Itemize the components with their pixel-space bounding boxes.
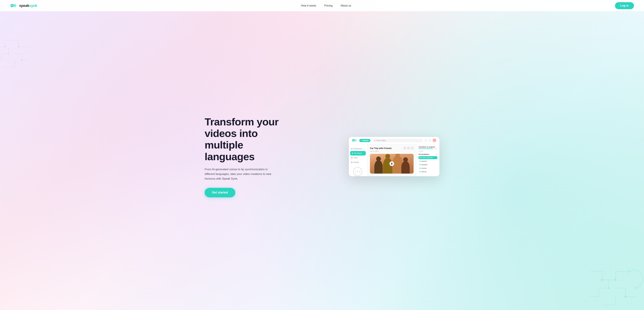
- svg-point-18: [353, 140, 354, 141]
- mockup-logo-icon: [352, 139, 357, 142]
- translation-status-text: Translation in progress: [418, 146, 435, 148]
- mockup-topbar-right: [425, 139, 436, 142]
- svg-point-14: [634, 287, 636, 289]
- translations-count-badge: 1/4: [436, 154, 438, 155]
- mockup-search-bar[interactable]: Find a Video: [372, 139, 422, 142]
- translation-panel: Translation in progress In Italian All t…: [416, 144, 440, 176]
- svg-point-17: [353, 140, 353, 141]
- hero-title: Transform your videos into multiple lang…: [204, 116, 292, 162]
- video-title-row: Car Trip with Friends: [370, 147, 414, 150]
- person-silhouette-1: [374, 160, 383, 173]
- svg-point-1: [13, 4, 16, 7]
- translation-status: Translation in progress: [418, 146, 438, 148]
- get-started-button[interactable]: Get started: [204, 188, 235, 197]
- logo[interactable]: speaksynk: [10, 3, 37, 8]
- svg-point-2: [12, 5, 12, 5]
- hero-left: Transform your videos into multiple lang…: [204, 116, 292, 197]
- svg-point-25: [360, 171, 360, 172]
- video-date: Apr 15, 2023: [370, 151, 414, 152]
- nav-links: How it works Pricing About us: [301, 4, 351, 7]
- person-silhouette-4: [401, 161, 410, 173]
- video-play-button[interactable]: [390, 161, 394, 166]
- video-title: Car Trip with Friends: [370, 147, 392, 150]
- lang-english-label: English (original): [421, 157, 432, 158]
- video-action-expand-icon[interactable]: [407, 147, 410, 150]
- svg-point-11: [608, 288, 610, 289]
- svg-point-3: [12, 5, 12, 5]
- lang-mandarin-dot: [420, 164, 420, 165]
- lang-hebrew[interactable]: Hebrew: [418, 170, 438, 173]
- translations-header: All translations 1/4: [418, 154, 438, 155]
- svg-point-23: [355, 171, 356, 172]
- svg-point-9: [601, 279, 603, 281]
- mockup-sidebar-dashboard[interactable]: Dashboard: [349, 147, 367, 151]
- lang-hebrew-label: Hebrew: [421, 171, 426, 172]
- nav-about-us[interactable]: About us: [340, 4, 351, 7]
- mockup-notif-icon: [425, 139, 427, 142]
- login-button[interactable]: Log in: [615, 2, 634, 9]
- svg-point-13: [628, 271, 630, 273]
- lang-german-label: German: [421, 167, 427, 169]
- mockup-chat-bubble-decoration: [352, 166, 364, 176]
- svg-point-19: [354, 140, 354, 141]
- lang-spanish-dot: [420, 161, 420, 162]
- mockup-video-area: Car Trip with Friends Apr 15, 2023: [367, 144, 416, 176]
- svg-point-10: [615, 279, 616, 281]
- logo-text: speaksynk: [19, 3, 37, 8]
- lang-german-dot: [420, 168, 420, 169]
- lang-english-dot: [420, 157, 420, 158]
- mockup-sidebar-dashboard-icon: [351, 148, 352, 150]
- translation-progress-bar: [418, 149, 438, 149]
- svg-point-6: [18, 46, 19, 47]
- video-action-grid-icon[interactable]: [404, 147, 406, 150]
- lang-spanish-label: Spanish: [421, 160, 427, 162]
- mockup-main-content: Car Trip with Friends Apr 15, 2023: [367, 144, 440, 176]
- mockup-sidebar-myvideos-icon: [352, 153, 353, 154]
- circuit-decoration-left: [0, 33, 42, 75]
- all-translations-label: All translations: [418, 154, 429, 155]
- hero-subtitle: From AI-generated voices to lip synchron…: [204, 167, 278, 181]
- lang-english[interactable]: English (original): [418, 156, 438, 159]
- lang-mandarin[interactable]: Mandarin: [418, 163, 438, 166]
- translation-progress-fill: [418, 149, 433, 149]
- svg-point-12: [625, 296, 626, 298]
- lang-hebrew-dot: [420, 171, 420, 172]
- hero-inner: Transform your videos into multiple lang…: [204, 116, 440, 197]
- svg-point-24: [357, 171, 358, 172]
- translation-subtitle: In Italian: [418, 150, 438, 152]
- person-silhouette-3: [392, 155, 403, 173]
- lang-spanish[interactable]: Spanish: [418, 160, 438, 163]
- svg-point-5: [4, 46, 6, 47]
- mockup-sidebar-activity[interactable]: Activity: [349, 160, 367, 164]
- mockup-topbar: + Upload Find a Video: [349, 137, 440, 144]
- speaksynk-logo-icon: [10, 3, 18, 8]
- mockup-sidebar-activity-icon: [351, 162, 352, 163]
- svg-point-7: [8, 53, 9, 54]
- svg-point-20: [374, 140, 375, 141]
- svg-point-4: [12, 5, 13, 5]
- mockup-search-icon: [374, 140, 376, 141]
- mockup-sidebar-my-videos[interactable]: My videos: [350, 151, 366, 155]
- lang-german[interactable]: German: [418, 167, 438, 170]
- mockup-search-placeholder: Find a Video: [376, 140, 386, 142]
- hero-right: + Upload Find a Video: [302, 137, 440, 176]
- mockup-sidebar-invite[interactable]: Invite: [349, 155, 367, 160]
- chat-bubble-svg: [352, 166, 364, 176]
- mockup-settings-icon: [429, 139, 431, 142]
- svg-point-16: [354, 139, 357, 142]
- nav-pricing[interactable]: Pricing: [324, 4, 332, 7]
- hero-section: Transform your videos into multiple lang…: [0, 0, 644, 310]
- video-thumbnail[interactable]: [370, 154, 414, 173]
- svg-point-8: [21, 60, 22, 61]
- circuit-decoration-right: [582, 263, 644, 310]
- video-action-share-icon[interactable]: [411, 147, 414, 150]
- svg-line-21: [375, 141, 375, 141]
- video-actions: [404, 147, 414, 150]
- lang-mandarin-label: Mandarin: [421, 164, 428, 165]
- mockup-upload-button[interactable]: + Upload: [359, 139, 370, 142]
- app-mockup: + Upload Find a Video: [349, 137, 440, 176]
- mockup-user-avatar[interactable]: [433, 139, 436, 142]
- mockup-sidebar-invite-icon: [351, 157, 352, 158]
- nav-how-it-works[interactable]: How it works: [301, 4, 316, 7]
- play-triangle-icon: [391, 163, 393, 165]
